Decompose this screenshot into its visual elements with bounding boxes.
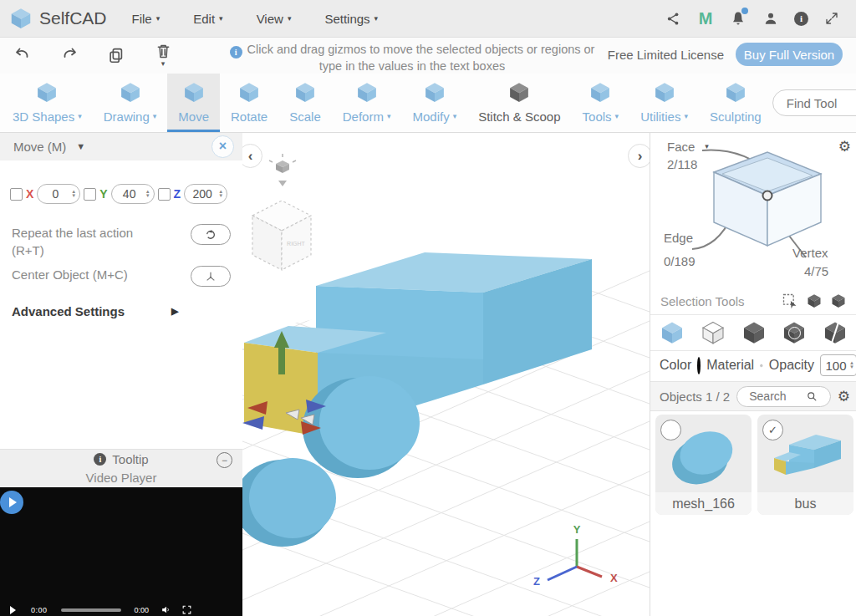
3d-viewport[interactable]: ‹ › — [242, 132, 650, 616]
ribbon-tool-utilities[interactable]: Utilities▾ — [629, 74, 699, 132]
chevron-down-icon: ▾ — [387, 113, 391, 120]
ribbon-tool-3d-shapes[interactable]: 3D Shapes▾ — [2, 74, 93, 132]
add-region-cube-icon[interactable] — [806, 293, 823, 309]
video-fullscreen-icon[interactable] — [181, 604, 192, 615]
close-panel-button[interactable]: × — [211, 135, 234, 158]
object-select-circle-checked[interactable]: ✓ — [762, 420, 783, 440]
ribbon-tool-stitch-scoop[interactable]: Stitch & Scoop — [467, 74, 571, 132]
center-object-button[interactable] — [191, 266, 231, 287]
tooltip-bar: i Tooltip − — [0, 449, 242, 469]
object-card-bus[interactable]: ✓ bus — [757, 415, 853, 515]
ribbon-tool-scale[interactable]: Scale — [278, 74, 332, 132]
account-avatar-m[interactable]: M — [696, 9, 715, 28]
view-cube[interactable]: RIGHT — [252, 201, 311, 270]
objects-search-input[interactable] — [747, 389, 806, 404]
fullscreen-icon[interactable] — [823, 9, 841, 28]
undo-icon[interactable] — [12, 43, 33, 68]
selection-tools-label: Selection Tools — [660, 294, 745, 308]
video-progress-bar[interactable] — [61, 608, 121, 612]
filter-round-region[interactable] — [781, 319, 808, 346]
edge-mode-label[interactable]: Edge — [664, 231, 693, 245]
tutorial-video-player[interactable]: 0:00 0:00 — [0, 487, 242, 616]
axis-x-label: X — [610, 572, 618, 584]
x-value-input[interactable] — [39, 186, 71, 201]
z-stepper[interactable]: ▲▼ — [218, 190, 223, 198]
hollow-cube-icon[interactable] — [830, 293, 847, 309]
x-axis-checkbox[interactable] — [10, 188, 23, 201]
selfcad-logo[interactable]: SelfCAD — [0, 6, 107, 31]
video-play-button[interactable] — [0, 491, 23, 514]
move-tool-panel: Move (M) ▼ × X ▲▼ Y — [0, 132, 243, 616]
objects-settings-gear-icon[interactable]: ⚙ — [838, 388, 850, 405]
share-icon[interactable] — [664, 9, 682, 28]
home-view-icon[interactable] — [269, 154, 296, 186]
selection-diagram — [690, 147, 849, 281]
notifications-bell-icon[interactable] — [729, 9, 747, 28]
repeat-action-row: Repeat the last action(R+T) — [12, 224, 231, 259]
copy-icon[interactable] — [105, 43, 127, 68]
minimize-tooltip-icon[interactable]: − — [217, 452, 232, 468]
selfcad-app: SelfCAD File▾ Edit▾ View▾ Settings▾ M i — [0, 0, 856, 616]
view-options-caret[interactable] — [278, 181, 287, 186]
menu-edit[interactable]: Edit▾ — [193, 12, 222, 26]
filter-solid-selected[interactable] — [659, 319, 685, 346]
x-axis-label: X — [26, 187, 33, 201]
move-panel-header[interactable]: Move (M) ▼ × — [0, 132, 242, 160]
menu-items: File▾ Edit▾ View▾ Settings▾ — [132, 12, 379, 26]
marquee-select-icon[interactable] — [782, 293, 798, 309]
ribbon-tool-move-selected[interactable]: Move — [167, 74, 220, 132]
ribbon-tool-rotate[interactable]: Rotate — [220, 74, 278, 132]
find-tool-input[interactable] — [785, 95, 855, 111]
chevron-right-icon: ▶ — [171, 306, 178, 317]
z-value-input-wrap: ▲▼ — [184, 184, 227, 204]
menu-file[interactable]: File▾ — [132, 12, 160, 26]
volume-icon[interactable] — [160, 604, 171, 615]
video-play-control-icon[interactable] — [10, 606, 16, 614]
advanced-settings[interactable]: Advanced Settings ▶ — [12, 304, 179, 318]
y-axis-checkbox[interactable] — [84, 188, 96, 201]
rear-wheel-cap[interactable] — [319, 376, 420, 470]
ribbon-tool-modify[interactable]: Modify▾ — [401, 74, 467, 132]
menu-settings[interactable]: Settings▾ — [324, 12, 378, 26]
user-account-icon[interactable] — [762, 9, 780, 28]
app-title: SelfCAD — [39, 8, 107, 28]
y-stepper[interactable]: ▲▼ — [145, 190, 150, 198]
ribbon-tool-deform[interactable]: Deform▾ — [332, 74, 402, 132]
gizmo-y-arrow-shaft[interactable] — [278, 346, 285, 374]
menu-bar: SelfCAD File▾ Edit▾ View▾ Settings▾ M i — [0, 0, 856, 38]
y-value-input[interactable] — [114, 186, 145, 201]
material-icon[interactable] — [760, 358, 763, 374]
gizmo-hint-text: iClick and drag gizmos to move the selec… — [216, 42, 609, 74]
ribbon-tool-sculpting[interactable]: Sculpting — [699, 74, 772, 132]
opacity-input[interactable] — [823, 358, 849, 374]
z-value-input[interactable] — [186, 186, 218, 201]
ribbon-tool-drawing[interactable]: Drawing▾ — [93, 74, 168, 132]
delete-trash-icon[interactable]: ▾ — [152, 43, 174, 68]
filter-polygons[interactable] — [741, 319, 767, 346]
x-stepper[interactable]: ▲▼ — [71, 190, 76, 198]
redo-icon[interactable] — [59, 43, 80, 68]
filter-split[interactable] — [822, 319, 848, 346]
find-tool-search[interactable] — [772, 89, 856, 116]
axis-center-icon — [205, 271, 217, 283]
repeat-action-button[interactable] — [191, 224, 231, 245]
objects-search[interactable] — [736, 386, 831, 407]
front-wheel-cap[interactable] — [249, 458, 336, 538]
ribbon-tool-tools[interactable]: Tools▾ — [572, 74, 630, 132]
color-swatch[interactable] — [697, 357, 701, 374]
info-icon[interactable]: i — [794, 12, 808, 26]
tooltip-info-icon: i — [94, 453, 106, 466]
buy-full-version-button[interactable]: Buy Full Version — [736, 43, 843, 66]
opacity-stepper[interactable]: ▲▼ — [849, 361, 854, 369]
collapse-right-panel-button[interactable]: › — [628, 144, 650, 168]
filter-wireframe[interactable] — [700, 319, 726, 346]
vertex-mode-label[interactable]: Vertex — [792, 246, 828, 260]
z-axis-checkbox[interactable] — [158, 188, 171, 201]
object-card-mesh-166[interactable]: mesh_166 — [655, 415, 752, 515]
hint-info-icon: i — [230, 46, 242, 59]
axis-z-label: Z — [533, 575, 540, 588]
menu-view[interactable]: View▾ — [257, 12, 292, 26]
object-select-circle[interactable] — [660, 420, 681, 440]
center-object-label: Center Object (M+C) — [12, 266, 128, 283]
viewport-canvas[interactable]: RIGHT — [242, 132, 650, 616]
